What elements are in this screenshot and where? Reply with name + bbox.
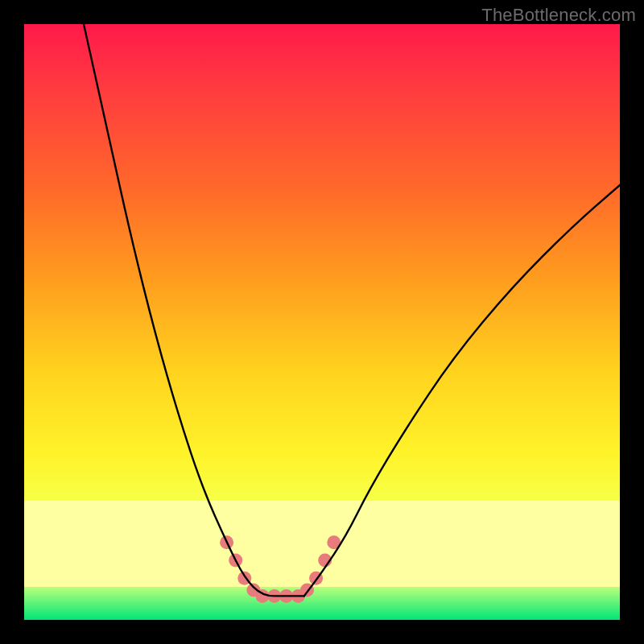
watermark-text: TheBottleneck.com [481, 5, 636, 26]
right-curve [304, 185, 620, 597]
chart-frame: TheBottleneck.com [0, 0, 644, 644]
curves-layer [24, 24, 620, 620]
left-curve [84, 24, 304, 596]
